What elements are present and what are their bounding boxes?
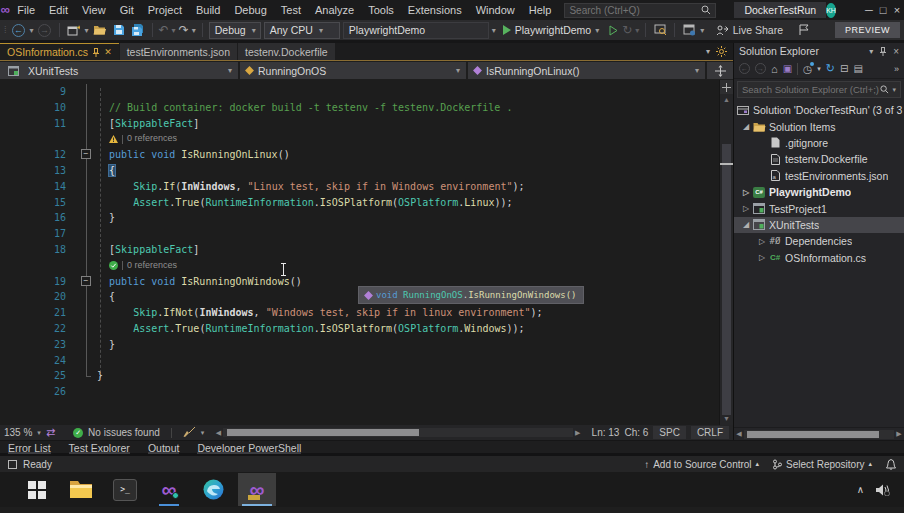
taskbar-visual-studio-icon[interactable]: ∞ (150, 473, 188, 506)
tree-item-xunittests[interactable]: ◢XUnitTests (734, 217, 904, 233)
document-tab-testenv.Dockerfile[interactable]: testenv.Dockerfile (238, 43, 335, 60)
split-handle-icon[interactable] (720, 80, 733, 94)
navigate-back-dropdown-icon[interactable]: ▾ (30, 26, 34, 35)
background-tasks-icon[interactable] (8, 460, 17, 469)
panel-tab-error-list[interactable]: Error List (8, 441, 51, 453)
taskbar-edge-icon[interactable] (194, 473, 232, 506)
menu-view[interactable]: View (75, 0, 113, 20)
code-line-12[interactable]: 12 public void IsRunningOnLinux() (0, 147, 719, 163)
line-number[interactable]: 16 (0, 210, 74, 226)
line-number[interactable]: 9 (0, 84, 74, 100)
show-all-files-icon[interactable]: ▤ (853, 63, 862, 74)
open-file-button[interactable] (92, 22, 108, 38)
vertical-scrollbar[interactable]: ▲ ▼ (719, 80, 733, 425)
find-in-files-button[interactable] (652, 22, 668, 38)
tree-item-testenv.dockerfile[interactable]: testenv.Dockerfile (734, 151, 904, 167)
close-panel-icon[interactable]: × (893, 46, 899, 57)
line-number[interactable]: 11 (0, 116, 74, 132)
codelens-row[interactable]: 0 references (0, 258, 719, 274)
code-line-9[interactable]: 9 (0, 84, 719, 100)
code-editor[interactable]: 910 // Build container: docker build -t … (0, 80, 733, 425)
health-indicator-icon[interactable]: ⇄ (46, 426, 55, 439)
pin-icon[interactable] (92, 48, 100, 57)
quick-search-box[interactable] (564, 3, 716, 18)
collapse-region-button-1[interactable]: − (81, 149, 91, 159)
horizontal-scrollbar[interactable]: ◀ ▶ (213, 427, 582, 438)
code-line-22[interactable]: 22 Assert.True(RuntimeInformation.IsOSPl… (0, 321, 719, 337)
line-number[interactable]: 18 (0, 242, 74, 258)
toolbar-more-icon[interactable]: » (894, 64, 899, 74)
column-indicator[interactable]: Ch: 6 (624, 427, 648, 438)
hot-reload-icon[interactable]: ↻ (622, 23, 632, 37)
panel-tab-output[interactable]: Output (148, 441, 180, 453)
switch-views-icon[interactable]: ▣ (783, 63, 792, 74)
live-share-button[interactable]: Live Share (716, 24, 783, 36)
codelens-row[interactable]: 0 references (0, 131, 719, 147)
navigate-forward-button[interactable]: → (37, 22, 53, 38)
code-line-11[interactable]: 11 [SkippableFact] (0, 116, 719, 132)
line-number[interactable]: 19 (0, 274, 74, 290)
preview-button[interactable]: PREVIEW (835, 22, 900, 38)
expanded-arrow-icon[interactable]: ◢ (740, 220, 752, 229)
spaces-indicator[interactable]: SPC (653, 426, 686, 439)
taskbar-start-icon[interactable] (18, 473, 56, 506)
tree-item-solution-items[interactable]: ◢Solution Items (734, 118, 904, 134)
collapse-region-button-2[interactable]: − (81, 276, 91, 286)
references-link[interactable]: 0 references (127, 131, 177, 147)
scroll-left-arrow[interactable]: ◀ (734, 430, 744, 438)
code-line-25[interactable]: 25} (0, 368, 719, 384)
line-ending-indicator[interactable]: CRLF (691, 426, 729, 439)
scroll-right-arrow[interactable]: ▶ (894, 430, 904, 438)
code-line-21[interactable]: 21 Skip.IfNot(InWindows, "Windows test, … (0, 305, 719, 321)
redo-dropdown-icon[interactable]: ▾ (192, 26, 196, 35)
taskbar-visual-studio-preview-icon[interactable]: ∞ (238, 473, 276, 506)
navbar-type-dropdown[interactable]: RunningOnOS▾ (240, 62, 466, 79)
menu-window[interactable]: Window (469, 0, 522, 20)
line-number[interactable]: 14 (0, 179, 74, 195)
line-number[interactable]: 13 (0, 163, 74, 179)
menu-analyze[interactable]: Analyze (308, 0, 361, 20)
menu-test[interactable]: Test (274, 0, 308, 20)
tray-chevron-up-icon[interactable]: ∧ (857, 484, 864, 495)
issues-status[interactable]: No issues found (88, 427, 160, 438)
code-line-10[interactable]: 10 // Build container: docker build -t t… (0, 100, 719, 116)
undo-icon[interactable]: ↶ (159, 23, 169, 37)
se-forward-button[interactable]: → (755, 63, 766, 74)
close-button[interactable]: × (890, 0, 904, 20)
menu-build[interactable]: Build (189, 0, 227, 20)
tree-item-solution-dockertestrun-3-of-3-projects-[interactable]: Solution 'DockerTestRun' (3 of 3 project… (734, 102, 904, 118)
new-project-dropdown-icon[interactable]: ▾ (85, 26, 89, 35)
search-input[interactable] (569, 5, 701, 16)
menu-project[interactable]: Project (141, 0, 189, 20)
volume-icon[interactable] (876, 484, 890, 496)
close-tab-icon[interactable]: ✕ (104, 47, 112, 57)
code-line-17[interactable]: 17 (0, 226, 719, 242)
minimize-button[interactable]: ─ (862, 0, 876, 20)
save-button[interactable] (111, 22, 127, 38)
scroll-down-arrow[interactable]: ▼ (720, 413, 733, 425)
panel-tab-test-explorer[interactable]: Test Explorer (69, 441, 130, 453)
gear-icon[interactable] (716, 46, 727, 57)
references-link[interactable]: 0 references (127, 258, 177, 274)
panel-options-chevron-icon[interactable]: ▾ (869, 47, 873, 56)
menu-extensions[interactable]: Extensions (401, 0, 469, 20)
code-line-14[interactable]: 14 Skip.If(InWindows, "Linux test, skip … (0, 179, 719, 195)
scroll-up-arrow[interactable]: ▲ (720, 94, 733, 106)
se-back-button[interactable]: ← (739, 63, 750, 74)
tree-item-.gitignore[interactable]: .gitignore (734, 135, 904, 151)
line-indicator[interactable]: Ln: 13 (592, 427, 620, 438)
tree-item-testproject1[interactable]: ▷TestProject1 (734, 200, 904, 216)
navbar-member-dropdown[interactable]: IsRunningOnLinux()▾ (468, 62, 705, 79)
hot-reload-dropdown-icon[interactable]: ▾ (635, 26, 639, 35)
zoom-level-dropdown[interactable]: 135 % (4, 427, 32, 438)
se-scrollbar-thumb[interactable] (747, 431, 879, 438)
collapsed-arrow-icon[interactable]: ▷ (740, 204, 752, 213)
line-number[interactable]: 12 (0, 147, 74, 163)
collapse-all-icon[interactable]: ⊟ (840, 63, 848, 74)
horizontal-scrollbar-thumb[interactable] (227, 429, 419, 436)
select-repository-button[interactable]: Select Repository ▴ (773, 459, 872, 470)
toolbar-grip[interactable]: ⁞ (4, 25, 6, 35)
line-number[interactable] (0, 131, 74, 147)
document-tab-OSInformation.cs[interactable]: OSInformation.cs✕ (0, 43, 119, 60)
menu-git[interactable]: Git (113, 0, 141, 20)
